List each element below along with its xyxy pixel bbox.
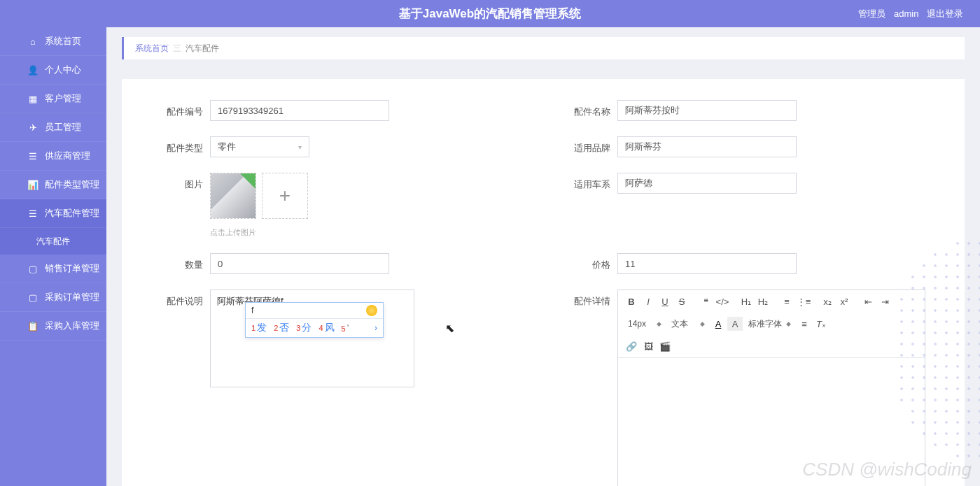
doc-icon: ▢ bbox=[28, 292, 38, 302]
row-series: 适用车系 bbox=[557, 173, 937, 238]
app-header: 基于JavaWeb的汽配销售管理系统 管理员 admin 退出登录 bbox=[0, 0, 980, 27]
sidebar-item-purchase-orders[interactable]: ▢采购订单管理 bbox=[0, 283, 106, 312]
video-button[interactable]: 🎬 bbox=[657, 339, 673, 353]
part-name-input[interactable] bbox=[617, 100, 797, 121]
sidebar-item-profile[interactable]: 👤个人中心 bbox=[0, 56, 106, 85]
row-desc: 配件说明 阿斯蒂芬阿萨德f f 1发 bbox=[150, 290, 529, 486]
format-select[interactable]: 文本◆ bbox=[667, 317, 709, 331]
h2-button[interactable]: H₂ bbox=[755, 294, 771, 308]
success-corner-icon bbox=[240, 173, 255, 189]
header-user-block: 管理员 admin 退出登录 bbox=[853, 8, 963, 20]
bold-button[interactable]: B bbox=[624, 294, 639, 308]
sidebar-item-part-types[interactable]: 📊配件类型管理 bbox=[0, 171, 106, 199]
chevron-down-icon: ◆ bbox=[700, 320, 705, 327]
part-type-select[interactable]: 零件 ▾ bbox=[210, 136, 309, 157]
row-part-no: 配件编号 bbox=[150, 100, 529, 121]
ime-next-icon[interactable]: › bbox=[374, 323, 377, 333]
ime-cand-5[interactable]: 5' bbox=[342, 322, 349, 334]
sidebar-item-staff[interactable]: ✈员工管理 bbox=[0, 113, 106, 142]
row-part-type: 配件类型 零件 ▾ bbox=[150, 136, 529, 157]
row-part-name: 配件名称 bbox=[557, 100, 937, 121]
bg-color-button[interactable]: A bbox=[727, 317, 743, 331]
home-icon: ⌂ bbox=[28, 36, 38, 46]
uploaded-thumb[interactable] bbox=[210, 173, 256, 219]
row-image: 图片 + 点击上传图片 bbox=[150, 173, 529, 238]
ime-cand-1[interactable]: 1发 bbox=[251, 322, 267, 334]
sup-button[interactable]: x² bbox=[836, 294, 852, 308]
app-title: 基于JavaWeb的汽配销售管理系统 bbox=[399, 6, 581, 22]
doc-icon: ▢ bbox=[28, 264, 38, 273]
quote-button[interactable]: ❝ bbox=[698, 294, 713, 308]
person-icon: 👤 bbox=[28, 65, 38, 75]
italic-button[interactable]: I bbox=[640, 294, 656, 308]
indent-button[interactable]: ⇤ bbox=[860, 294, 876, 308]
ime-input-text: f bbox=[251, 306, 253, 315]
upload-add-button[interactable]: + bbox=[262, 173, 308, 219]
code-button[interactable]: </> bbox=[715, 294, 730, 308]
sidebar-item-sales-orders[interactable]: ▢销售订单管理 bbox=[0, 255, 106, 283]
rich-editor: B I U S ❝ </> H₁ H₂ ≡ bbox=[617, 290, 925, 486]
outdent-button[interactable]: ⇥ bbox=[877, 294, 892, 308]
ime-candidates: 1发 2否 3分 4风 5' › bbox=[246, 319, 383, 337]
row-price: 价格 bbox=[557, 253, 937, 274]
clipboard-icon: 📋 bbox=[28, 321, 38, 331]
grid-icon: ▦ bbox=[28, 94, 38, 103]
underline-button[interactable]: U bbox=[657, 294, 673, 308]
qty-input[interactable] bbox=[210, 253, 389, 274]
sidebar-sub-parts[interactable]: 汽车配件 bbox=[0, 228, 106, 255]
ul-button[interactable]: ⋮≡ bbox=[796, 294, 811, 308]
form-card: 配件编号 配件名称 配件类型 零件 ▾ bbox=[122, 79, 965, 486]
sidebar-item-home[interactable]: ⌂系统首页 bbox=[0, 27, 106, 56]
plus-icon: + bbox=[279, 185, 290, 207]
ime-logo-icon bbox=[366, 305, 377, 316]
strike-button[interactable]: S bbox=[674, 294, 690, 308]
ime-popup[interactable]: f 1发 2否 3分 4风 5' › bbox=[245, 302, 384, 338]
part-no-input[interactable] bbox=[210, 100, 389, 121]
editor-body[interactable] bbox=[618, 358, 925, 486]
main-content: 系统首页 三 汽车配件 配件编号 配件名称 配件类型 零件 bbox=[106, 27, 980, 486]
font-size-select[interactable]: 14px◆ bbox=[624, 317, 666, 331]
row-brand: 适用品牌 bbox=[557, 136, 937, 157]
list-icon: ☰ bbox=[28, 208, 38, 218]
sub-button[interactable]: x₂ bbox=[820, 294, 835, 308]
h1-button[interactable]: H₁ bbox=[738, 294, 754, 308]
row-detail: 配件详情 B I U S ❝ </> bbox=[557, 290, 937, 486]
upload-hint: 点击上传图片 bbox=[210, 227, 529, 238]
price-input[interactable] bbox=[617, 253, 797, 274]
user-name: admin bbox=[894, 8, 918, 19]
chevron-down-icon: ◆ bbox=[786, 320, 791, 327]
breadcrumb: 系统首页 三 汽车配件 bbox=[122, 37, 965, 59]
sidebar-item-suppliers[interactable]: ☰供应商管理 bbox=[0, 142, 106, 171]
sidebar-item-inbound[interactable]: 📋采购入库管理 bbox=[0, 312, 106, 341]
align-button[interactable]: ≡ bbox=[797, 317, 812, 331]
editor-toolbar: B I U S ❝ </> H₁ H₂ ≡ bbox=[618, 290, 925, 358]
clear-format-button[interactable]: Tₓ bbox=[813, 317, 829, 331]
breadcrumb-home[interactable]: 系统首页 bbox=[135, 43, 169, 55]
ol-button[interactable]: ≡ bbox=[779, 294, 794, 308]
link-button[interactable]: 🔗 bbox=[624, 339, 639, 353]
logout-link[interactable]: 退出登录 bbox=[927, 8, 963, 19]
row-qty: 数量 bbox=[150, 253, 529, 274]
sidebar-item-parts[interactable]: ☰汽车配件管理 bbox=[0, 199, 106, 228]
chevron-down-icon: ▾ bbox=[298, 143, 302, 151]
series-input[interactable] bbox=[617, 173, 797, 194]
ime-cand-2[interactable]: 2否 bbox=[274, 322, 289, 334]
bars-icon: 📊 bbox=[28, 180, 38, 190]
user-role: 管理员 bbox=[858, 8, 886, 19]
ime-cand-3[interactable]: 3分 bbox=[296, 322, 312, 334]
sidebar: ⌂系统首页 👤个人中心 ▦客户管理 ✈员工管理 ☰供应商管理 📊配件类型管理 ☰… bbox=[0, 27, 106, 486]
font-family-select[interactable]: 标准字体◆ bbox=[744, 317, 795, 331]
text-color-button[interactable]: A bbox=[710, 317, 726, 331]
ime-cand-4[interactable]: 4风 bbox=[318, 322, 334, 334]
plane-icon: ✈ bbox=[28, 122, 38, 132]
sidebar-item-customers[interactable]: ▦客户管理 bbox=[0, 85, 106, 113]
brand-input[interactable] bbox=[617, 136, 797, 157]
breadcrumb-sep: 三 bbox=[173, 43, 181, 55]
chevron-down-icon: ◆ bbox=[657, 320, 662, 327]
image-button[interactable]: 🖼 bbox=[640, 339, 656, 353]
breadcrumb-current: 汽车配件 bbox=[186, 43, 219, 55]
sliders-icon: ☰ bbox=[28, 151, 38, 161]
